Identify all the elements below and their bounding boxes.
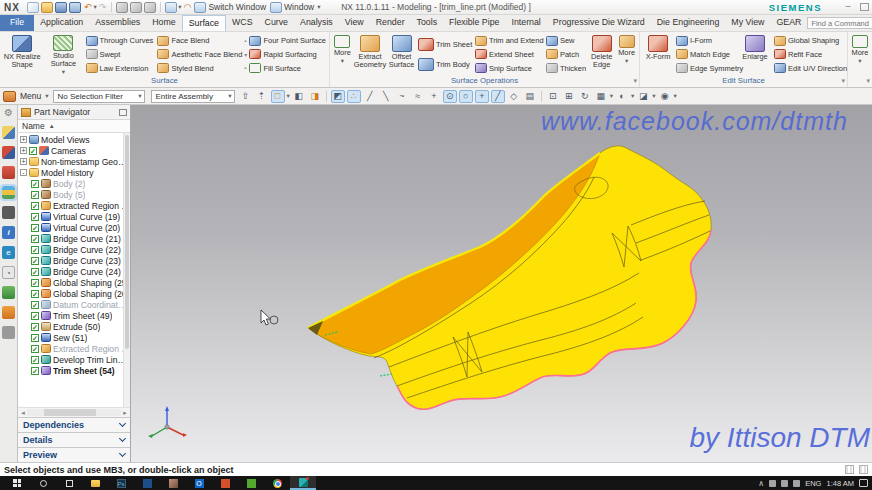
checkbox-icon[interactable]: ✓ [31,279,39,287]
intersection-snap-icon[interactable]: + [427,90,441,103]
zoom-window-icon[interactable]: ⊞ [562,90,576,103]
arc-center-snap-icon[interactable]: ⊙ [443,90,457,103]
tab-internal[interactable]: Internal [505,15,546,31]
delete-edge-button[interactable]: Delete Edge [588,33,615,76]
checkbox-icon[interactable]: ✓ [31,323,39,331]
i-form-button[interactable]: I-Form [675,36,737,46]
checkbox-icon[interactable]: ✓ [31,257,39,265]
tree-horizontal-scrollbar[interactable]: ◄ ► [18,407,130,417]
tree-item-sew-51[interactable]: ✓Sew (51) [20,332,130,343]
thicken-button[interactable]: Thicken [545,63,587,73]
scroll-right-icon[interactable]: ► [121,410,129,416]
enlarge-button[interactable]: Enlarge [738,33,772,76]
tree-item-bridge-curve-24[interactable]: ✓Bridge Curve (24) [20,266,130,277]
highlight-icon[interactable]: ⇧ [239,90,253,103]
dialog-launcher-icon[interactable]: ▾ [633,76,637,86]
spline-pole-snap-icon[interactable]: ≈ [411,90,425,103]
end-point-snap-icon[interactable]: ╱ [363,90,377,103]
nx-realize-shape-button[interactable]: NX Realize Shape [2,33,42,76]
tree-item-non-timestamp-geometry[interactable]: +Non-timestamp Geometry [20,156,130,167]
window-menu-dropdown-icon[interactable]: ▾ [317,3,320,11]
outlook-app-icon[interactable]: O [186,476,212,490]
tab-die-engineering[interactable]: Die Engineering [651,15,726,31]
checkbox-icon[interactable]: ✓ [31,356,39,364]
render-style-dropdown-icon[interactable]: ▾ [631,92,634,100]
undock-panel-icon[interactable] [119,109,127,116]
part-navigator-icon[interactable] [2,186,15,199]
edit-surface-more-button[interactable]: More ▾ [850,33,870,76]
switch-window-icon[interactable] [194,2,206,13]
tab-file[interactable]: File [0,15,34,31]
process-studio-icon[interactable] [2,286,15,299]
checkbox-icon[interactable]: ✓ [31,213,39,221]
tree-item-bridge-curve-21[interactable]: ✓Bridge Curve (21) [20,233,130,244]
reuse-library-icon[interactable] [2,206,15,219]
menu-icon[interactable] [3,91,16,102]
aesthetic-face-blend-button[interactable]: Aesthetic Face Blend [156,49,243,59]
save-icon[interactable] [55,2,67,13]
tree-item-cameras[interactable]: +✓Cameras [20,145,130,156]
edit-uv-direction-button[interactable]: Edit U/V Direction [773,63,845,73]
web-browser-icon[interactable]: e [2,246,15,259]
studio-surface-dropdown-icon[interactable]: ▾ [62,68,65,76]
trim-sheet-model[interactable] [308,146,711,409]
grid-icon[interactable]: ▦ [594,90,608,103]
selection-scope-dropdown[interactable]: Entire Assembly▾ [151,90,235,103]
tree-item-bridge-curve-22[interactable]: ✓Bridge Curve (22) [20,244,130,255]
task-view-button[interactable] [56,476,82,490]
more-dropdown-icon[interactable]: ▾ [625,57,628,65]
facet-body-filter-icon[interactable]: ◨ [308,90,322,103]
redo-icon[interactable]: ↷ [97,2,109,13]
scroll-left-icon[interactable]: ◄ [19,410,27,416]
checkbox-icon[interactable]: ✓ [31,180,39,188]
tab-my-view[interactable]: My View [725,15,770,31]
surface-more-button[interactable]: More ▾ [332,33,353,76]
manufacturing-wizard-icon[interactable] [2,306,15,319]
extend-sheet-button[interactable]: Extend Sheet [474,49,544,59]
tab-render[interactable]: Render [370,15,411,31]
through-curves-button[interactable]: Through Curves [85,36,156,46]
rotate-view-icon[interactable]: ↻ [578,90,592,103]
paste-icon[interactable] [144,2,156,13]
tree-item-bridge-curve-23[interactable]: ✓Bridge Curve (23) [20,255,130,266]
tree-item-virtual-curve-19[interactable]: ✓Virtual Curve (19) [20,211,130,222]
fit-view-icon[interactable]: ⊡ [546,90,560,103]
global-shaping-button[interactable]: Global Shaping [773,36,845,46]
checkbox-icon[interactable]: ✓ [31,301,39,309]
menu-dropdown-icon[interactable]: ▾ [45,92,48,100]
green-app-icon[interactable] [238,476,264,490]
match-edge-button[interactable]: Match Edge [675,49,737,59]
tab-progressive-die-wizard[interactable]: Progressive Die Wizard [547,15,651,31]
hd3d-tools-icon[interactable]: i [2,226,15,239]
show-hide-icon[interactable]: ◉ [658,90,672,103]
orient-view-dropdown-icon[interactable]: ▾ [652,92,655,100]
nx-app-taskbar-icon[interactable] [290,476,316,490]
tree-item-datum-coordinate-system[interactable]: ✓Datum Coordinate System [20,299,130,310]
law-extension-button[interactable]: Law Extension [85,63,156,73]
shaded-cube-icon[interactable]: ◩ [331,90,345,103]
dialog-launcher-icon[interactable]: ▾ [866,76,870,86]
switch-window-button[interactable]: Switch Window [208,2,266,12]
tree-item-trim-sheet-49[interactable]: ✓Trim Sheet (49) [20,310,130,321]
selection-filter-dropdown[interactable]: No Selection Filter▾ [53,90,145,103]
snap-point-icon[interactable]: ∴ [347,90,361,103]
tree-item-global-shaping-26[interactable]: ✓Global Shaping (26) [20,288,130,299]
checkbox-icon[interactable]: ✓ [31,235,39,243]
pen-tray-icon[interactable] [769,480,776,487]
checkbox-icon[interactable]: ✓ [31,202,39,210]
four-point-surface-button[interactable]: Four Point Surface [248,36,327,46]
more-dropdown-icon[interactable]: ▾ [858,57,861,65]
checkbox-icon[interactable]: ✓ [31,345,39,353]
checkbox-icon[interactable]: ✓ [31,246,39,254]
bounded-plane-snap-icon[interactable]: ▤ [523,90,537,103]
studio-surface-button[interactable]: Studio Surface ▾ [43,33,83,76]
trim-sheet-button[interactable]: Trim Sheet [417,38,473,51]
assembly-navigator-icon[interactable] [2,126,15,139]
select-rectangle-icon[interactable]: □ [271,90,285,103]
status-grid-icon-2[interactable] [859,465,868,474]
sort-ascending-icon[interactable]: ▲ [49,123,55,129]
checkbox-icon[interactable]: ✓ [31,224,39,232]
window-menu-icon[interactable] [270,2,282,13]
tab-curve[interactable]: Curve [259,15,294,31]
history-icon[interactable]: ◔ [2,266,15,279]
